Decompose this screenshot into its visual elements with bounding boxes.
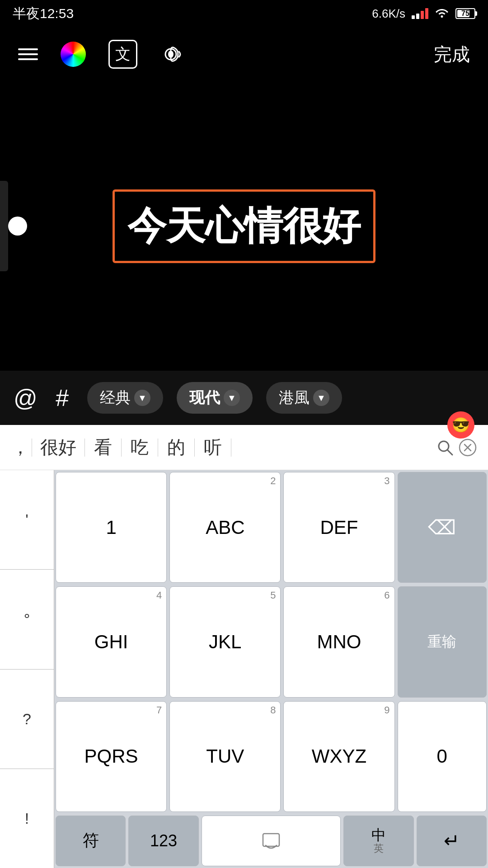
key-3-num: 3 [384,475,389,487]
key-space[interactable] [202,816,341,866]
status-bar: 半夜12:53 6.6K/s 75 [0,0,488,27]
key-0-label: 0 [437,745,447,767]
reenter-label: 重输 [427,632,456,652]
key-mno-label: MNO [317,631,361,653]
text-box-content: 今天心情很好 [127,200,361,253]
key-abc-label: ABC [206,517,244,538]
key-tuv-label: TUV [206,745,244,767]
battery-icon: 75 [455,8,475,19]
key-6-num: 6 [384,590,389,601]
candidate-word-4[interactable]: 听 [195,435,231,460]
wifi-icon [435,6,449,21]
candidate-word-0[interactable]: 很好 [32,435,84,460]
translate-button[interactable]: 文 [108,40,137,69]
hash-symbol[interactable]: # [51,384,74,411]
key-def-label: DEF [320,517,358,538]
key-4-num: 4 [156,590,162,601]
key-1[interactable]: 1 [56,472,167,583]
key-wxyz-label: WXYZ [312,745,366,767]
at-symbol[interactable]: @ [14,384,38,411]
candidate-words: ， 很好 看 吃 的 听 [9,435,479,460]
chip-arrow-hk[interactable]: ▼ [313,390,329,406]
key-7-num: 7 [156,704,162,716]
side-handle [0,181,8,271]
font-chip-classic[interactable]: 经典 ▼ [87,382,163,414]
text-box-wrapper[interactable]: 今天心情很好 [113,189,375,263]
key-question[interactable]: ? [0,670,54,769]
search-icon[interactable] [434,436,456,459]
lang-main-label: 中 [371,827,386,843]
key-language[interactable]: 中 英 [343,816,413,866]
chip-arrow-modern[interactable]: ▼ [224,390,240,406]
key-123[interactable]: 123 [128,816,198,866]
circle-handle[interactable] [8,217,27,236]
key-2-num: 2 [270,475,276,487]
key-reenter[interactable]: 重输 [398,586,487,697]
key-enter[interactable]: ↵ [417,816,487,866]
key-9-num: 9 [384,704,389,716]
keyboard-left-column: ' ° ? ! [0,470,54,868]
key-ghi-label: GHI [94,631,128,653]
network-speed: 6.6K/s [372,7,405,21]
keyboard-bottom-row: 符 123 中 英 ↵ [54,814,488,868]
key-row-3: 7 PQRS 8 TUV 9 WXYZ 0 [54,699,488,814]
toolbar: 文 完成 [0,27,488,81]
tts-button[interactable] [160,40,189,69]
key-1-label: 1 [106,517,116,538]
key-row-2: 4 GHI 5 JKL 6 MNO 重输 [54,585,488,699]
font-selector: @ # 经典 ▼ 现代 ▼ 港風 ▼ [0,371,488,425]
key-apostrophe[interactable]: ' [0,470,54,570]
123-label: 123 [150,831,177,850]
key-backspace[interactable]: ⌫ [398,472,487,583]
key-5-num: 5 [270,590,276,601]
status-time: 半夜12:53 [13,5,74,23]
keyboard-rows: ' ° ? ! 1 2 ABC 3 DEF ⌫ [0,470,488,868]
canvas-area: 今天心情很好 [0,81,488,371]
font-chip-hk[interactable]: 港風 ▼ [266,382,342,414]
key-mno[interactable]: 6 MNO [283,586,394,697]
emoji-button[interactable]: 😎 [447,411,474,439]
key-exclaim[interactable]: ! [0,769,54,868]
candidate-word-1[interactable]: 看 [85,435,121,460]
text-box-border: 今天心情很好 [113,189,375,263]
key-pqrs-label: PQRS [84,745,138,767]
key-wxyz[interactable]: 9 WXYZ [283,701,394,812]
key-degree[interactable]: ° [0,570,54,669]
keyboard: ' ° ? ! 1 2 ABC 3 DEF ⌫ [0,470,488,868]
key-tuv[interactable]: 8 TUV [169,701,281,812]
status-right: 6.6K/s 75 [372,6,475,21]
lang-sub-label: 英 [374,843,384,854]
key-abc[interactable]: 2 ABC [169,472,281,583]
key-0[interactable]: 0 [398,701,487,812]
key-ghi[interactable]: 4 GHI [56,586,167,697]
backspace-icon: ⌫ [428,516,456,539]
done-button[interactable]: 完成 [434,42,470,67]
signal-icon [412,8,428,19]
hamburger-icon[interactable] [18,48,38,60]
candidate-word-2[interactable]: 吃 [122,435,158,460]
key-row-1: 1 2 ABC 3 DEF ⌫ [54,470,488,585]
svg-point-1 [168,51,174,58]
key-symbols[interactable]: 符 [56,816,126,866]
candidate-comma[interactable]: ， [9,435,32,460]
svg-line-3 [447,450,452,455]
svg-rect-7 [263,834,279,846]
color-wheel-icon[interactable] [61,42,86,67]
chip-arrow-classic[interactable]: ▼ [134,390,150,406]
key-jkl-label: JKL [209,631,241,653]
enter-label: ↵ [444,830,460,852]
toolbar-left: 文 [18,40,189,69]
key-pqrs[interactable]: 7 PQRS [56,701,167,812]
key-def[interactable]: 3 DEF [283,472,394,583]
candidate-word-3[interactable]: 的 [158,435,194,460]
key-8-num: 8 [270,704,276,716]
delete-candidate-icon[interactable] [456,436,479,459]
symbols-label: 符 [83,830,99,852]
font-chip-modern[interactable]: 现代 ▼ [177,382,253,414]
keyboard-main: 1 2 ABC 3 DEF ⌫ 4 GHI [54,470,488,868]
candidate-bar: 😎 ， 很好 看 吃 的 听 [0,425,488,470]
key-jkl[interactable]: 5 JKL [169,586,281,697]
